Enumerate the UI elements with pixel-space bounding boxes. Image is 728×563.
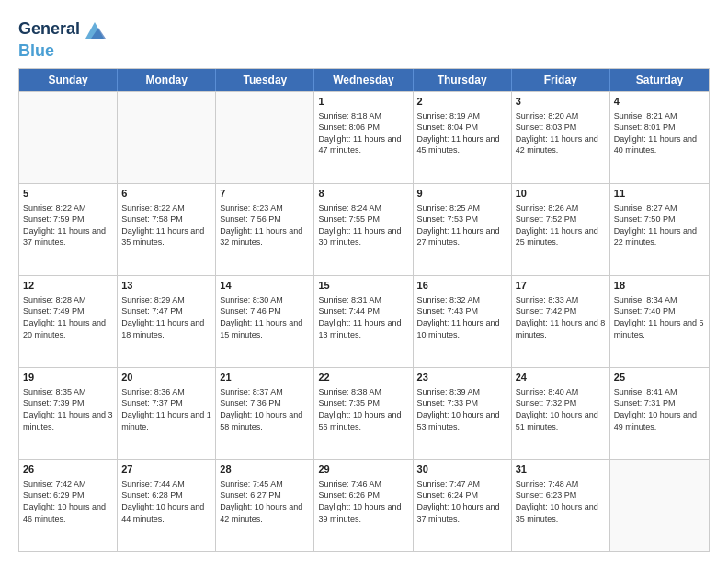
day-number: 5 — [23, 187, 113, 201]
cal-cell-day-2: 2Sunrise: 8:19 AMSunset: 8:04 PMDaylight… — [414, 92, 512, 183]
cell-details: Sunrise: 8:23 AMSunset: 7:56 PMDaylight:… — [220, 202, 310, 248]
cell-details: Sunrise: 8:25 AMSunset: 7:53 PMDaylight:… — [417, 202, 507, 248]
cell-details: Sunrise: 8:38 AMSunset: 7:35 PMDaylight:… — [318, 386, 408, 432]
day-number: 6 — [121, 187, 211, 201]
cell-details: Sunrise: 7:44 AMSunset: 6:28 PMDaylight:… — [121, 478, 211, 524]
cell-details: Sunrise: 8:40 AMSunset: 7:32 PMDaylight:… — [516, 386, 606, 432]
cal-cell-day-4: 4Sunrise: 8:21 AMSunset: 8:01 PMDaylight… — [610, 92, 709, 183]
cal-cell-day-29: 29Sunrise: 7:46 AMSunset: 6:26 PMDayligh… — [314, 460, 413, 551]
header-cell-sunday: Sunday — [19, 69, 118, 91]
day-number: 4 — [614, 95, 705, 109]
day-number: 15 — [318, 279, 408, 293]
day-number: 26 — [23, 463, 113, 477]
cal-cell-empty — [19, 92, 118, 183]
cal-cell-day-5: 5Sunrise: 8:22 AMSunset: 7:59 PMDaylight… — [19, 184, 118, 275]
day-number: 8 — [318, 187, 408, 201]
cell-details: Sunrise: 8:26 AMSunset: 7:52 PMDaylight:… — [516, 202, 606, 248]
day-number: 13 — [121, 279, 211, 293]
cal-cell-empty — [216, 92, 314, 183]
cal-cell-empty — [610, 460, 709, 551]
cal-cell-day-21: 21Sunrise: 8:37 AMSunset: 7:36 PMDayligh… — [216, 368, 314, 459]
cal-cell-day-31: 31Sunrise: 7:48 AMSunset: 6:23 PMDayligh… — [512, 460, 610, 551]
cell-details: Sunrise: 8:37 AMSunset: 7:36 PMDaylight:… — [220, 386, 310, 432]
cal-week-0: 1Sunrise: 8:18 AMSunset: 8:06 PMDaylight… — [19, 91, 709, 183]
cal-cell-empty — [118, 92, 216, 183]
cell-details: Sunrise: 8:33 AMSunset: 7:42 PMDaylight:… — [516, 294, 606, 340]
day-number: 2 — [417, 95, 507, 109]
cal-cell-day-10: 10Sunrise: 8:26 AMSunset: 7:52 PMDayligh… — [512, 184, 610, 275]
cal-cell-day-9: 9Sunrise: 8:25 AMSunset: 7:53 PMDaylight… — [414, 184, 512, 275]
day-number: 23 — [417, 371, 507, 385]
header-cell-tuesday: Tuesday — [216, 69, 314, 91]
cell-details: Sunrise: 7:42 AMSunset: 6:29 PMDaylight:… — [23, 478, 113, 524]
day-number: 9 — [417, 187, 507, 201]
cell-details: Sunrise: 7:46 AMSunset: 6:26 PMDaylight:… — [318, 478, 408, 524]
day-number: 21 — [220, 371, 310, 385]
logo-icon — [82, 17, 108, 42]
header: General Blue — [18, 17, 710, 61]
cal-cell-day-7: 7Sunrise: 8:23 AMSunset: 7:56 PMDaylight… — [216, 184, 314, 275]
day-number: 1 — [318, 95, 408, 109]
day-number: 16 — [417, 279, 507, 293]
calendar: SundayMondayTuesdayWednesdayThursdayFrid… — [18, 68, 710, 552]
header-cell-friday: Friday — [512, 69, 610, 91]
cell-details: Sunrise: 8:21 AMSunset: 8:01 PMDaylight:… — [614, 110, 705, 156]
cal-cell-day-18: 18Sunrise: 8:34 AMSunset: 7:40 PMDayligh… — [610, 276, 709, 367]
cal-week-4: 26Sunrise: 7:42 AMSunset: 6:29 PMDayligh… — [19, 459, 709, 551]
page: General Blue SundayMondayTuesdayWednesda… — [0, 0, 728, 563]
calendar-body: 1Sunrise: 8:18 AMSunset: 8:06 PMDaylight… — [19, 91, 709, 551]
day-number: 20 — [121, 371, 211, 385]
cell-details: Sunrise: 8:22 AMSunset: 7:59 PMDaylight:… — [23, 202, 113, 248]
day-number: 30 — [417, 463, 507, 477]
header-cell-wednesday: Wednesday — [314, 69, 413, 91]
cal-cell-day-27: 27Sunrise: 7:44 AMSunset: 6:28 PMDayligh… — [118, 460, 216, 551]
cal-week-2: 12Sunrise: 8:28 AMSunset: 7:49 PMDayligh… — [19, 275, 709, 367]
day-number: 19 — [23, 371, 113, 385]
cell-details: Sunrise: 8:18 AMSunset: 8:06 PMDaylight:… — [318, 110, 408, 156]
cal-cell-day-3: 3Sunrise: 8:20 AMSunset: 8:03 PMDaylight… — [512, 92, 610, 183]
cal-cell-day-26: 26Sunrise: 7:42 AMSunset: 6:29 PMDayligh… — [19, 460, 118, 551]
cell-details: Sunrise: 8:39 AMSunset: 7:33 PMDaylight:… — [417, 386, 507, 432]
day-number: 14 — [220, 279, 310, 293]
day-number: 10 — [516, 187, 606, 201]
cell-details: Sunrise: 7:45 AMSunset: 6:27 PMDaylight:… — [220, 478, 310, 524]
day-number: 11 — [614, 187, 705, 201]
header-cell-thursday: Thursday — [414, 69, 512, 91]
cal-cell-day-22: 22Sunrise: 8:38 AMSunset: 7:35 PMDayligh… — [314, 368, 413, 459]
cell-details: Sunrise: 8:35 AMSunset: 7:39 PMDaylight:… — [23, 386, 113, 432]
cal-cell-day-17: 17Sunrise: 8:33 AMSunset: 7:42 PMDayligh… — [512, 276, 610, 367]
day-number: 24 — [516, 371, 606, 385]
cal-cell-day-30: 30Sunrise: 7:47 AMSunset: 6:24 PMDayligh… — [414, 460, 512, 551]
cell-details: Sunrise: 7:48 AMSunset: 6:23 PMDaylight:… — [516, 478, 606, 524]
day-number: 25 — [614, 371, 705, 385]
cell-details: Sunrise: 8:22 AMSunset: 7:58 PMDaylight:… — [121, 202, 211, 248]
cal-cell-day-16: 16Sunrise: 8:32 AMSunset: 7:43 PMDayligh… — [414, 276, 512, 367]
cal-week-3: 19Sunrise: 8:35 AMSunset: 7:39 PMDayligh… — [19, 367, 709, 459]
cal-cell-day-14: 14Sunrise: 8:30 AMSunset: 7:46 PMDayligh… — [216, 276, 314, 367]
cell-details: Sunrise: 8:34 AMSunset: 7:40 PMDaylight:… — [614, 294, 705, 340]
cal-cell-day-28: 28Sunrise: 7:45 AMSunset: 6:27 PMDayligh… — [216, 460, 314, 551]
cell-details: Sunrise: 8:27 AMSunset: 7:50 PMDaylight:… — [614, 202, 705, 248]
day-number: 27 — [121, 463, 211, 477]
day-number: 18 — [614, 279, 705, 293]
cal-cell-day-1: 1Sunrise: 8:18 AMSunset: 8:06 PMDaylight… — [314, 92, 413, 183]
cal-cell-day-11: 11Sunrise: 8:27 AMSunset: 7:50 PMDayligh… — [610, 184, 709, 275]
cal-cell-day-19: 19Sunrise: 8:35 AMSunset: 7:39 PMDayligh… — [19, 368, 118, 459]
cell-details: Sunrise: 8:29 AMSunset: 7:47 PMDaylight:… — [121, 294, 211, 340]
cal-cell-day-25: 25Sunrise: 8:41 AMSunset: 7:31 PMDayligh… — [610, 368, 709, 459]
cell-details: Sunrise: 8:30 AMSunset: 7:46 PMDaylight:… — [220, 294, 310, 340]
header-cell-saturday: Saturday — [610, 69, 709, 91]
logo: General Blue — [18, 17, 108, 61]
cell-details: Sunrise: 8:41 AMSunset: 7:31 PMDaylight:… — [614, 386, 705, 432]
cell-details: Sunrise: 8:32 AMSunset: 7:43 PMDaylight:… — [417, 294, 507, 340]
header-cell-monday: Monday — [118, 69, 216, 91]
day-number: 12 — [23, 279, 113, 293]
calendar-header: SundayMondayTuesdayWednesdayThursdayFrid… — [19, 69, 709, 91]
day-number: 28 — [220, 463, 310, 477]
day-number: 22 — [318, 371, 408, 385]
cal-cell-day-8: 8Sunrise: 8:24 AMSunset: 7:55 PMDaylight… — [314, 184, 413, 275]
cell-details: Sunrise: 8:28 AMSunset: 7:49 PMDaylight:… — [23, 294, 113, 340]
day-number: 7 — [220, 187, 310, 201]
cal-cell-day-6: 6Sunrise: 8:22 AMSunset: 7:58 PMDaylight… — [118, 184, 216, 275]
cell-details: Sunrise: 8:31 AMSunset: 7:44 PMDaylight:… — [318, 294, 408, 340]
